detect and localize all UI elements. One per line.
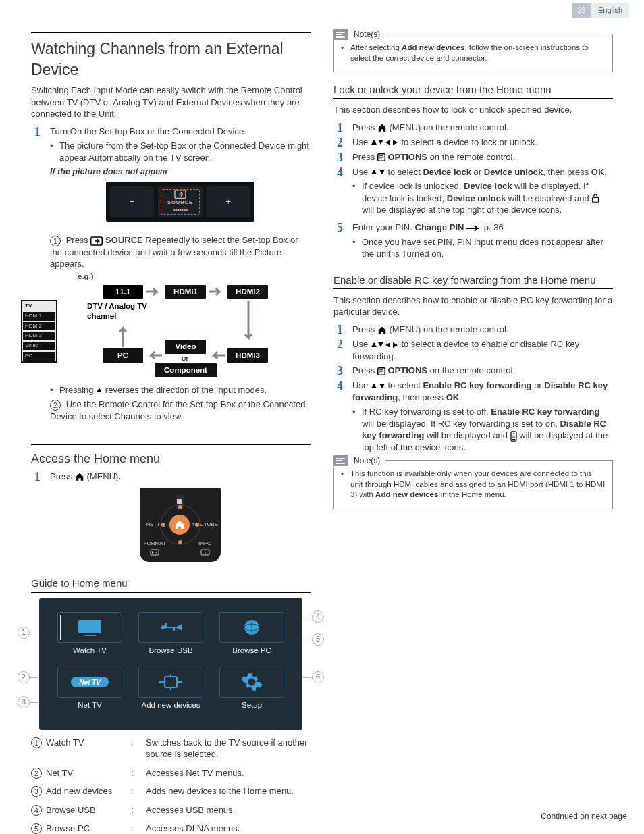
svg-rect-18 [512, 436, 515, 436]
arrow-icon [243, 301, 254, 343]
callout-5-icon: 5 [312, 633, 324, 646]
arrow-right-icon [466, 225, 481, 232]
dpad-icon [371, 341, 399, 349]
node-video: Video [165, 340, 206, 355]
note-box: Note(s) After selecting Add new devices,… [333, 34, 613, 72]
updown-icon [371, 168, 385, 176]
node-11.1: 11.1 [103, 285, 143, 300]
step-number: 1 [31, 126, 41, 428]
note-icon [333, 29, 348, 40]
figure-source-strip: + SOURCE • • • • • • • + [106, 182, 254, 222]
callout-4-icon: 4 [312, 610, 324, 623]
tile-add-devices: Add new devices [138, 667, 203, 711]
home-icon [377, 325, 387, 335]
callout-2-icon: 2 [18, 671, 30, 683]
step-text: Turn On the Set-top Box or the Connected… [50, 126, 246, 136]
svg-rect-20 [512, 439, 515, 440]
page-language: English [591, 3, 629, 18]
arrow-icon [146, 286, 162, 297]
heading-guide-home: Guide to Home menu [31, 577, 311, 592]
eg-label: e.g.) [78, 271, 94, 282]
circled-2-icon: 2 [50, 400, 61, 411]
home-step-1: Press (MENU). NETTV [50, 471, 311, 567]
heading-access-home: Access the Home menu [31, 444, 311, 467]
tile-net-tv: Net TV Net TV [57, 667, 122, 711]
node-hdmi2: HDMI2 [227, 285, 268, 300]
page-header: 23 English [572, 3, 629, 18]
tile-setup: Setup [219, 667, 284, 711]
callout-6-icon: 6 [312, 671, 324, 683]
lock-intro: This section describes how to lock or un… [333, 104, 613, 116]
note-icon [333, 455, 348, 466]
ch-plus-button: + [207, 186, 250, 217]
home-icon [75, 472, 84, 481]
vol-plus-button: + [110, 186, 154, 217]
tile-watch-tv: Watch TV [57, 612, 122, 656]
home-icon [377, 123, 387, 132]
figure-input-cycle: e.g.) TV HDMI1 HDMI2 HDMI3 Video PC 11.1… [79, 276, 281, 380]
svg-rect-6 [78, 620, 101, 633]
heading-rc: Enable or disable RC key forwarding from… [333, 273, 613, 289]
node-hdmi1: HDMI1 [165, 285, 206, 300]
arrow-icon [209, 286, 225, 297]
step-number: 1 [31, 471, 41, 567]
source-icon [90, 236, 103, 246]
substep-2: 2 Use the Remote Control for the Set-top… [50, 398, 311, 422]
callout-3-icon: 3 [18, 696, 30, 708]
arrow-up-icon [96, 387, 103, 394]
intro-paragraph: Switching Each Input Mode can easily swi… [31, 84, 311, 120]
node-hdmi3: HDMI3 [227, 348, 268, 363]
svg-rect-2 [177, 499, 182, 504]
updown-icon [371, 382, 385, 390]
home-menu-legend: 1Watch TV:Switches back to the TV source… [31, 737, 311, 834]
svg-rect-7 [84, 635, 96, 636]
figure-home-menu: Watch TV Browse USB Browse PC Net TV Net… [39, 598, 302, 730]
note-box: Note(s) This function is available only … [333, 460, 613, 509]
node-comp: Component [155, 363, 217, 378]
format-button: FORMAT [142, 536, 167, 559]
svg-text:Net TV: Net TV [79, 679, 101, 686]
page-number: 23 [572, 3, 591, 18]
figure-remote: NETTV YOUTUBE [140, 488, 221, 562]
rc-intro: This section describes how to enable or … [333, 294, 613, 318]
circled-1-icon: 1 [50, 236, 61, 246]
svg-rect-14 [593, 198, 599, 203]
tile-browse-pc: Browse PC [219, 612, 284, 656]
info-button: INFOi [192, 536, 218, 559]
options-icon [377, 153, 385, 161]
node-pc: PC [103, 348, 143, 363]
options-icon [377, 367, 385, 375]
lock-icon [591, 194, 599, 203]
arrow-icon [146, 350, 162, 361]
node-or: or [182, 353, 188, 364]
source-button: SOURCE • • • • • • • [158, 186, 202, 217]
page-footer: Continued on next page. [541, 811, 629, 822]
svg-rect-12 [165, 677, 177, 687]
arrow-icon [117, 323, 128, 347]
tile-browse-usb: Browse USB [138, 612, 203, 656]
callout-1-icon: 1 [18, 627, 30, 639]
remote-icon [510, 431, 517, 442]
press-reverse-note: Pressing reverses the direction of the I… [50, 384, 311, 396]
svg-rect-19 [512, 437, 515, 438]
node-dtv: DTV / Analog TV channel [87, 301, 168, 322]
arrow-icon [209, 350, 225, 361]
dpad-icon [371, 138, 399, 147]
mini-sidebar: TV HDMI1 HDMI2 HDMI3 Video PC [21, 300, 57, 363]
subhead-no-picture: If the picture does not appear [50, 166, 311, 178]
heading-lock: Lock or unlock your device from the Home… [333, 83, 613, 99]
heading-watching-channels: Watching Channels from an External Devic… [31, 32, 311, 80]
step-note: The picture from the Set-top Box or the … [50, 140, 311, 163]
svg-point-17 [513, 433, 514, 434]
svg-text:i: i [205, 550, 206, 556]
svg-rect-3 [151, 550, 159, 555]
substep-1: 1 Press SOURCE Repeatedly to select the … [50, 234, 311, 270]
